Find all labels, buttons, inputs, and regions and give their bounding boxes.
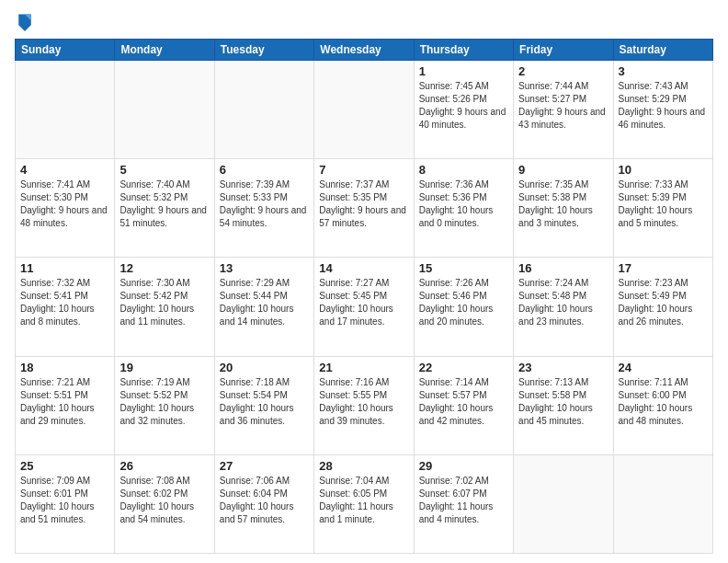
day-detail: Sunrise: 7:24 AM Sunset: 5:48 PM Dayligh… (518, 277, 608, 328)
calendar-cell: 21Sunrise: 7:16 AM Sunset: 5:55 PM Dayli… (314, 356, 414, 454)
logo (15, 11, 35, 31)
calendar-cell: 11Sunrise: 7:32 AM Sunset: 5:41 PM Dayli… (16, 258, 115, 356)
day-detail: Sunrise: 7:19 AM Sunset: 5:52 PM Dayligh… (119, 376, 209, 428)
day-number: 23 (518, 361, 608, 374)
calendar-cell: 9Sunrise: 7:35 AM Sunset: 5:38 PM Daylig… (514, 159, 613, 258)
calendar-cell (514, 454, 613, 553)
day-number: 13 (220, 261, 309, 275)
day-detail: Sunrise: 7:08 AM Sunset: 6:02 PM Dayligh… (119, 475, 209, 526)
calendar-cell: 7Sunrise: 7:37 AM Sunset: 5:35 PM Daylig… (314, 159, 414, 258)
calendar-week-row: 4Sunrise: 7:41 AM Sunset: 5:30 PM Daylig… (16, 159, 713, 258)
day-number: 28 (319, 459, 408, 473)
day-number: 15 (419, 261, 508, 275)
calendar-cell: 6Sunrise: 7:39 AM Sunset: 5:33 PM Daylig… (214, 159, 313, 258)
day-number: 7 (319, 163, 408, 177)
day-detail: Sunrise: 7:32 AM Sunset: 5:41 PM Dayligh… (20, 277, 109, 328)
day-number: 19 (119, 361, 209, 374)
day-detail: Sunrise: 7:37 AM Sunset: 5:35 PM Dayligh… (319, 178, 408, 230)
day-detail: Sunrise: 7:33 AM Sunset: 5:39 PM Dayligh… (619, 178, 708, 230)
day-number: 12 (119, 261, 209, 275)
day-number: 17 (619, 261, 708, 275)
day-number: 4 (20, 163, 109, 177)
calendar-cell: 12Sunrise: 7:30 AM Sunset: 5:42 PM Dayli… (115, 258, 214, 356)
day-detail: Sunrise: 7:11 AM Sunset: 6:00 PM Dayligh… (619, 376, 708, 428)
day-detail: Sunrise: 7:06 AM Sunset: 6:04 PM Dayligh… (220, 475, 309, 526)
calendar-cell: 22Sunrise: 7:14 AM Sunset: 5:57 PM Dayli… (414, 356, 513, 454)
calendar-cell: 26Sunrise: 7:08 AM Sunset: 6:02 PM Dayli… (115, 454, 214, 553)
day-detail: Sunrise: 7:26 AM Sunset: 5:46 PM Dayligh… (419, 277, 508, 328)
calendar-cell: 13Sunrise: 7:29 AM Sunset: 5:44 PM Dayli… (214, 258, 313, 356)
day-number: 20 (220, 361, 309, 374)
day-number: 25 (20, 459, 109, 473)
calendar-cell: 14Sunrise: 7:27 AM Sunset: 5:45 PM Dayli… (314, 258, 414, 356)
calendar-table: SundayMondayTuesdayWednesdayThursdayFrid… (15, 39, 713, 554)
day-detail: Sunrise: 7:30 AM Sunset: 5:42 PM Dayligh… (119, 277, 209, 328)
day-detail: Sunrise: 7:16 AM Sunset: 5:55 PM Dayligh… (319, 376, 408, 428)
day-number: 6 (220, 163, 309, 177)
weekday-header: Wednesday (314, 40, 414, 61)
day-detail: Sunrise: 7:27 AM Sunset: 5:45 PM Dayligh… (319, 277, 408, 328)
calendar-cell: 25Sunrise: 7:09 AM Sunset: 6:01 PM Dayli… (16, 454, 115, 553)
weekday-header: Thursday (414, 40, 513, 61)
day-detail: Sunrise: 7:23 AM Sunset: 5:49 PM Dayligh… (619, 277, 708, 328)
calendar-cell: 19Sunrise: 7:19 AM Sunset: 5:52 PM Dayli… (115, 356, 214, 454)
day-number: 2 (518, 64, 608, 78)
calendar-cell: 15Sunrise: 7:26 AM Sunset: 5:46 PM Dayli… (414, 258, 513, 356)
logo-icon (17, 11, 33, 31)
weekday-header: Tuesday (214, 40, 313, 61)
day-detail: Sunrise: 7:45 AM Sunset: 5:26 PM Dayligh… (419, 80, 508, 132)
day-detail: Sunrise: 7:36 AM Sunset: 5:36 PM Dayligh… (419, 178, 508, 230)
weekday-header: Sunday (16, 40, 115, 61)
day-detail: Sunrise: 7:40 AM Sunset: 5:32 PM Dayligh… (119, 178, 209, 230)
page: SundayMondayTuesdayWednesdayThursdayFrid… (0, 0, 728, 563)
calendar-week-row: 1Sunrise: 7:45 AM Sunset: 5:26 PM Daylig… (16, 61, 713, 159)
day-detail: Sunrise: 7:21 AM Sunset: 5:51 PM Dayligh… (20, 376, 109, 428)
day-number: 1 (419, 64, 508, 78)
day-number: 27 (220, 459, 309, 473)
day-number: 16 (518, 261, 608, 275)
day-number: 5 (119, 163, 209, 177)
calendar-cell: 10Sunrise: 7:33 AM Sunset: 5:39 PM Dayli… (613, 159, 712, 258)
calendar-week-row: 18Sunrise: 7:21 AM Sunset: 5:51 PM Dayli… (16, 356, 713, 454)
day-number: 11 (20, 261, 109, 275)
day-detail: Sunrise: 7:41 AM Sunset: 5:30 PM Dayligh… (20, 178, 109, 230)
day-detail: Sunrise: 7:29 AM Sunset: 5:44 PM Dayligh… (220, 277, 309, 328)
day-detail: Sunrise: 7:14 AM Sunset: 5:57 PM Dayligh… (419, 376, 508, 428)
calendar-cell: 18Sunrise: 7:21 AM Sunset: 5:51 PM Dayli… (16, 356, 115, 454)
calendar-cell (214, 61, 313, 159)
calendar-cell: 3Sunrise: 7:43 AM Sunset: 5:29 PM Daylig… (613, 61, 712, 159)
weekday-header: Saturday (613, 40, 712, 61)
calendar-cell: 17Sunrise: 7:23 AM Sunset: 5:49 PM Dayli… (613, 258, 712, 356)
calendar-cell: 1Sunrise: 7:45 AM Sunset: 5:26 PM Daylig… (414, 61, 513, 159)
calendar-cell (115, 61, 214, 159)
day-detail: Sunrise: 7:43 AM Sunset: 5:29 PM Dayligh… (619, 80, 708, 132)
calendar-cell (314, 61, 414, 159)
day-number: 10 (619, 163, 708, 177)
calendar-cell (613, 454, 712, 553)
day-number: 22 (419, 361, 508, 374)
calendar-cell: 16Sunrise: 7:24 AM Sunset: 5:48 PM Dayli… (514, 258, 613, 356)
calendar-cell: 29Sunrise: 7:02 AM Sunset: 6:07 PM Dayli… (414, 454, 513, 553)
day-detail: Sunrise: 7:04 AM Sunset: 6:05 PM Dayligh… (319, 475, 408, 526)
calendar-cell: 20Sunrise: 7:18 AM Sunset: 5:54 PM Dayli… (214, 356, 313, 454)
day-number: 14 (319, 261, 408, 275)
calendar-week-row: 11Sunrise: 7:32 AM Sunset: 5:41 PM Dayli… (16, 258, 713, 356)
header (15, 11, 713, 31)
calendar-cell: 8Sunrise: 7:36 AM Sunset: 5:36 PM Daylig… (414, 159, 513, 258)
calendar-week-row: 25Sunrise: 7:09 AM Sunset: 6:01 PM Dayli… (16, 454, 713, 553)
day-number: 21 (319, 361, 408, 374)
day-detail: Sunrise: 7:39 AM Sunset: 5:33 PM Dayligh… (220, 178, 309, 230)
weekday-header: Monday (115, 40, 214, 61)
calendar-cell: 4Sunrise: 7:41 AM Sunset: 5:30 PM Daylig… (16, 159, 115, 258)
day-detail: Sunrise: 7:35 AM Sunset: 5:38 PM Dayligh… (518, 178, 608, 230)
calendar-cell (16, 61, 115, 159)
weekday-header: Friday (514, 40, 613, 61)
weekday-header-row: SundayMondayTuesdayWednesdayThursdayFrid… (16, 40, 713, 61)
day-number: 26 (119, 459, 209, 473)
day-detail: Sunrise: 7:09 AM Sunset: 6:01 PM Dayligh… (20, 475, 109, 526)
calendar-cell: 27Sunrise: 7:06 AM Sunset: 6:04 PM Dayli… (214, 454, 313, 553)
day-detail: Sunrise: 7:18 AM Sunset: 5:54 PM Dayligh… (220, 376, 309, 428)
day-number: 8 (419, 163, 508, 177)
calendar-cell: 28Sunrise: 7:04 AM Sunset: 6:05 PM Dayli… (314, 454, 414, 553)
day-number: 3 (619, 64, 708, 78)
